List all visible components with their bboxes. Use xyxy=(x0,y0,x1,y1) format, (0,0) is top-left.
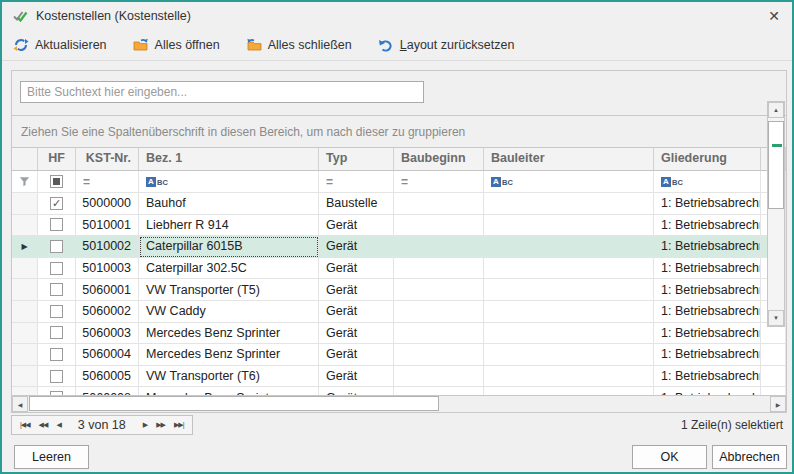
horizontal-scroll-thumb[interactable] xyxy=(29,396,439,411)
table-row[interactable]: 5060001 VW Transporter (T5) Gerät 1: Bet… xyxy=(12,279,786,301)
filter-bauleiter-cell[interactable]: ABC xyxy=(484,171,654,193)
reset-layout-label: Layout zurücksetzen xyxy=(400,38,515,52)
clear-button[interactable]: Leeren xyxy=(14,445,89,469)
filter-hf-cell[interactable] xyxy=(38,171,76,193)
window-title: Kostenstellen (Kostenstelle) xyxy=(36,9,191,23)
close-icon[interactable]: ✕ xyxy=(768,9,780,23)
scroll-up-icon[interactable]: ▲ xyxy=(768,102,784,118)
filter-baubeginn-cell[interactable]: = xyxy=(394,171,484,193)
prev-page-button[interactable]: ◀◀ xyxy=(39,421,48,429)
reset-layout-button[interactable]: Layout zurücksetzen xyxy=(378,37,515,53)
focused-cell[interactable]: Caterpillar 6015B xyxy=(139,236,319,258)
selected-row-scroll-marker xyxy=(772,144,782,147)
table-row-selected[interactable]: ▶ 5010002 Caterpillar 6015B Gerät 1: Bet… xyxy=(12,236,786,258)
expand-all-button[interactable]: Alles öffnen xyxy=(133,37,220,53)
table-row[interactable]: 5010003 Caterpillar 302.5C Gerät 1: Betr… xyxy=(12,258,786,280)
hf-checkbox[interactable] xyxy=(50,370,63,383)
hf-checkbox[interactable] xyxy=(50,240,63,253)
collapse-all-button[interactable]: Alles schließen xyxy=(246,37,352,53)
hf-checkbox[interactable] xyxy=(50,326,63,339)
ok-button[interactable]: OK xyxy=(632,445,707,469)
table-row[interactable]: 5010001 Liebherr R 914 Gerät 1: Betriebs… xyxy=(12,215,786,237)
scroll-down-icon[interactable]: ▼ xyxy=(768,310,784,326)
search-input[interactable] xyxy=(20,81,424,103)
column-header-bauleiter[interactable]: Bauleiter xyxy=(484,148,654,171)
horizontal-scrollbar[interactable]: ◀ ▶ xyxy=(12,395,786,412)
next-page-button[interactable]: ▶▶ xyxy=(156,421,165,429)
first-record-button[interactable]: |◀◀ xyxy=(20,421,30,429)
hf-checkbox[interactable] xyxy=(50,283,63,296)
hf-checkbox[interactable] xyxy=(50,218,63,231)
title-bar: Kostenstellen (Kostenstelle) ✕ xyxy=(2,2,792,30)
record-position-text: 3 von 18 xyxy=(70,418,134,432)
column-header-typ[interactable]: Typ xyxy=(319,148,394,171)
prev-record-button[interactable]: ◀ xyxy=(56,421,60,429)
row-indicator-arrow: ▶ xyxy=(12,236,38,258)
filter-funnel-icon xyxy=(19,175,30,188)
toolbar: Aktualisieren Alles öffnen Alles schließ… xyxy=(2,30,792,61)
table-row[interactable]: 5060003 Mercedes Benz Sprinter Gerät 1: … xyxy=(12,323,786,345)
refresh-label: Aktualisieren xyxy=(35,38,107,52)
refresh-button[interactable]: Aktualisieren xyxy=(13,37,107,53)
cancel-button[interactable]: Abbrechen xyxy=(712,445,787,469)
collapse-all-label: Alles schließen xyxy=(268,38,352,52)
table-row[interactable]: 5060002 VW Caddy Gerät 1: Betriebsabrech… xyxy=(12,301,786,323)
refresh-icon xyxy=(13,37,29,53)
double-check-icon xyxy=(12,8,28,24)
vertical-scrollbar[interactable]: ▲ ▼ xyxy=(767,101,785,327)
record-navigator: |◀◀ ◀◀ ◀ 3 von 18 ▶ ▶▶ ▶▶| xyxy=(11,415,193,435)
hf-filter-checkbox-indeterminate[interactable] xyxy=(50,175,63,188)
grid-control: Ziehen Sie eine Spaltenüberschrift in di… xyxy=(11,70,787,413)
header-indicator xyxy=(12,148,38,171)
open-folder-icon xyxy=(133,37,149,53)
column-header-kst-nr[interactable]: KST-Nr. xyxy=(76,148,139,171)
filter-bez-cell[interactable]: ABC xyxy=(139,171,319,193)
vertical-scroll-thumb[interactable] xyxy=(768,121,784,209)
column-header-row: HF KST-Nr. Bez. 1 Typ Baubeginn Bauleite… xyxy=(12,148,786,171)
next-record-button[interactable]: ▶ xyxy=(143,421,147,429)
selection-count-text: 1 Zeile(n) selektiert xyxy=(681,418,783,432)
kostenstellen-dialog: Kostenstellen (Kostenstelle) ✕ Aktualisi… xyxy=(0,0,794,474)
column-header-gliederung[interactable]: Gliederung xyxy=(654,148,761,171)
column-header-baubeginn[interactable]: Baubeginn xyxy=(394,148,484,171)
hf-checkbox[interactable] xyxy=(50,305,63,318)
filter-typ-cell[interactable]: = xyxy=(319,171,394,193)
search-panel xyxy=(12,71,786,115)
closed-folder-icon xyxy=(246,37,262,53)
abc-filter-icon: ABC xyxy=(661,177,683,187)
table-row[interactable]: 5060005 VW Transporter (T6) Gerät 1: Bet… xyxy=(12,366,786,388)
scroll-left-icon[interactable]: ◀ xyxy=(12,396,28,412)
column-header-bez1[interactable]: Bez. 1 xyxy=(139,148,319,171)
filter-indicator-cell xyxy=(12,171,38,193)
status-bar: |◀◀ ◀◀ ◀ 3 von 18 ▶ ▶▶ ▶▶| 1 Zeile(n) se… xyxy=(11,415,783,435)
hf-checkbox[interactable] xyxy=(50,262,63,275)
last-record-button[interactable]: ▶▶| xyxy=(174,421,184,429)
undo-icon xyxy=(378,37,394,53)
column-header-hf[interactable]: HF xyxy=(38,148,76,171)
auto-filter-row: = ABC = = ABC ABC xyxy=(12,171,786,193)
abc-filter-icon: ABC xyxy=(146,177,168,187)
filter-kst-cell[interactable]: = xyxy=(76,171,139,193)
table-row[interactable]: 5060004 Mercedes Benz Sprinter Gerät 1: … xyxy=(12,344,786,366)
table-row[interactable]: ✓ 5000000 Bauhof Baustelle 1: Betriebsab… xyxy=(12,193,786,215)
group-by-hint: Ziehen Sie eine Spaltenüberschrift in di… xyxy=(21,125,465,139)
abc-filter-icon: ABC xyxy=(491,177,513,187)
grid-data-area: ✓ 5000000 Bauhof Baustelle 1: Betriebsab… xyxy=(12,193,786,396)
hf-checkbox-checked[interactable]: ✓ xyxy=(50,197,63,210)
group-by-panel[interactable]: Ziehen Sie eine Spaltenüberschrift in di… xyxy=(12,115,786,148)
hf-checkbox[interactable] xyxy=(50,348,63,361)
scroll-right-icon[interactable]: ▶ xyxy=(770,396,786,412)
filter-gliederung-cell[interactable]: ABC xyxy=(654,171,761,193)
expand-all-label: Alles öffnen xyxy=(155,38,220,52)
